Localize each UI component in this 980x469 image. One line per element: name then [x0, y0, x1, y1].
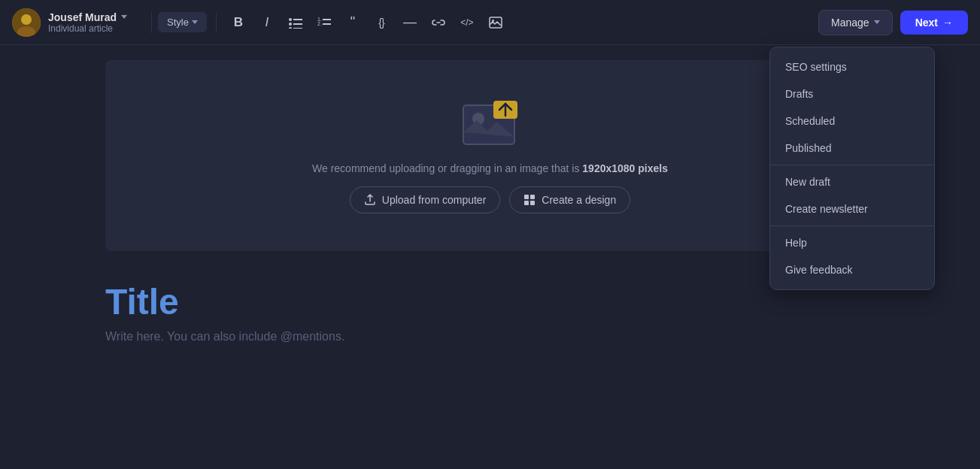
style-button[interactable]: Style — [158, 12, 207, 32]
dropdown-item-new-draft[interactable]: New draft — [770, 168, 934, 195]
chevron-down-icon — [121, 15, 127, 19]
svg-rect-8 — [293, 28, 302, 29]
svg-rect-19 — [524, 195, 529, 199]
manage-button[interactable]: Manage — [818, 10, 893, 35]
dropdown-item-drafts[interactable]: Drafts — [770, 80, 934, 107]
upload-buttons: Upload from computer Create a design — [350, 186, 630, 213]
link-icon — [432, 17, 445, 28]
italic-button[interactable]: I — [254, 10, 280, 35]
upload-hint: We recommend uploading or dragging in an… — [312, 162, 668, 174]
divider-button[interactable]: — — [397, 10, 423, 35]
svg-point-7 — [289, 27, 292, 29]
user-info: Jousef Murad Individual article — [48, 11, 127, 34]
svg-rect-10 — [323, 19, 331, 20]
dropdown-divider-2 — [770, 225, 934, 226]
svg-rect-4 — [293, 19, 302, 20]
create-design-button[interactable]: Create a design — [509, 186, 630, 213]
dropdown-menu: SEO settings Drafts Scheduled Published … — [769, 47, 935, 290]
bullet-list-icon — [289, 17, 302, 29]
svg-point-3 — [289, 18, 292, 21]
code-block-button[interactable]: </> — [454, 10, 480, 35]
design-icon — [523, 194, 536, 206]
dropdown-item-create-newsletter[interactable]: Create newsletter — [770, 195, 934, 222]
code-button[interactable]: {} — [369, 10, 394, 35]
user-section[interactable]: Jousef Murad Individual article — [12, 8, 127, 37]
svg-rect-12 — [323, 23, 331, 25]
toolbar: Jousef Murad Individual article Style B … — [0, 0, 980, 45]
dropdown-item-published[interactable]: Published — [770, 135, 934, 162]
user-name: Jousef Murad — [48, 11, 127, 23]
manage-chevron-icon — [874, 20, 880, 24]
dropdown-divider — [770, 165, 934, 165]
format-tools: Style B I 1. 2. " {} — — [158, 10, 818, 35]
bold-button[interactable]: B — [226, 10, 251, 35]
svg-rect-20 — [530, 195, 535, 199]
numbered-list-icon: 1. 2. — [317, 17, 331, 29]
svg-point-5 — [289, 23, 292, 26]
svg-rect-22 — [530, 201, 535, 205]
upload-icon — [364, 194, 376, 206]
dropdown-item-give-feedback[interactable]: Give feedback — [770, 256, 934, 283]
dropdown-item-scheduled[interactable]: Scheduled — [770, 107, 934, 135]
svg-point-1 — [21, 14, 32, 25]
style-chevron-icon — [192, 20, 198, 24]
dropdown-item-help[interactable]: Help — [770, 229, 934, 256]
image-placeholder-icon — [460, 98, 520, 150]
toolbar-right: Manage Next → — [818, 10, 968, 35]
article-title[interactable]: Title — [105, 266, 860, 330]
quote-button[interactable]: " — [340, 10, 366, 35]
next-button[interactable]: Next → — [900, 11, 968, 35]
user-subtitle: Individual article — [48, 23, 127, 34]
upload-from-computer-button[interactable]: Upload from computer — [350, 186, 501, 213]
image-button[interactable] — [483, 10, 508, 35]
avatar — [12, 8, 41, 37]
bullet-list-button[interactable] — [283, 10, 308, 35]
toolbar-divider — [151, 12, 152, 33]
svg-rect-21 — [524, 201, 529, 205]
link-button[interactable] — [426, 10, 451, 35]
svg-rect-6 — [293, 23, 302, 25]
dropdown-item-seo-settings[interactable]: SEO settings — [770, 53, 934, 80]
image-icon — [489, 17, 502, 29]
svg-text:2.: 2. — [317, 21, 322, 26]
format-divider — [216, 12, 217, 33]
image-upload-area: We recommend uploading or dragging in an… — [105, 60, 875, 251]
article-placeholder[interactable]: Write here. You can also include @mentio… — [105, 330, 860, 343]
next-arrow-icon: → — [942, 17, 953, 29]
numbered-list-button[interactable]: 1. 2. — [311, 10, 337, 35]
